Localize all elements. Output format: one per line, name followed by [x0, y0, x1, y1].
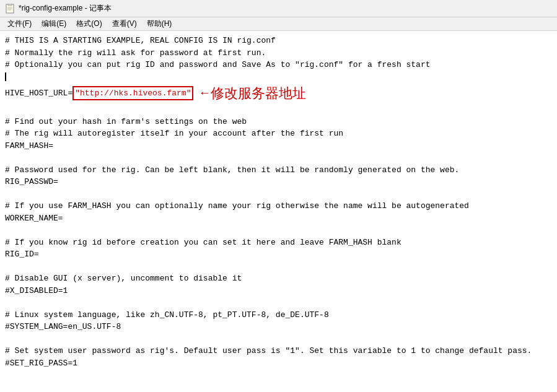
line-16 [5, 224, 552, 237]
line-6 [5, 103, 552, 116]
hive-host-key: HIVE_HOST_URL= [5, 87, 72, 100]
line-27: #SET_RIG_PASS=1 [5, 357, 552, 370]
menu-edit[interactable]: 编辑(E) [37, 17, 71, 30]
notepad-icon [5, 4, 15, 14]
line-11: # Password used for the rig. Can be left… [5, 164, 552, 176]
line-3: # Optionally you can put rig ID and pass… [5, 59, 552, 71]
menu-view[interactable]: 查看(V) [107, 17, 142, 30]
line-18: RIG_ID= [5, 248, 552, 261]
text-editor-content[interactable]: # THIS IS A STARTING EXAMPLE, REAL CONFI… [0, 31, 557, 392]
line-8: # The rig will autoregister itself in yo… [5, 128, 552, 140]
line-20: # Disable GUI (x server), uncomment to d… [5, 272, 552, 285]
menu-bar: 文件(F) 编辑(E) 格式(O) 查看(V) 帮助(H) [0, 17, 557, 31]
red-arrow-icon: ← [201, 84, 208, 103]
line-13 [5, 188, 552, 201]
line-2: # Normally the rig will ask for password… [5, 47, 552, 59]
line-26: # Set system user password as rig's. Def… [5, 345, 552, 357]
line-21: #X_DISABLED=1 [5, 285, 552, 297]
line-17: # If you know rig id before creation you… [5, 237, 552, 249]
window-title: *rig-config-example - 记事本 [19, 3, 112, 14]
line-9: FARM_HASH= [5, 140, 552, 152]
line-14: # If you use FARM_HASH you can optionall… [5, 200, 552, 212]
line-4 [5, 71, 552, 84]
line-1: # THIS IS A STARTING EXAMPLE, REAL CONFI… [5, 35, 552, 47]
line-19 [5, 261, 552, 273]
annotation-arrow: ← 修改服务器地址 [201, 83, 306, 103]
svg-rect-1 [8, 4, 12, 6]
line-10 [5, 152, 552, 164]
line-25 [5, 333, 552, 346]
line-12: RIG_PASSWD= [5, 176, 552, 188]
annotation-text: 修改服务器地址 [211, 83, 306, 103]
line-15: WORKER_NAME= [5, 212, 552, 225]
menu-format[interactable]: 格式(O) [71, 17, 107, 30]
line-7: # Find out your hash in farm's settings … [5, 116, 552, 128]
title-bar: *rig-config-example - 记事本 [0, 0, 557, 17]
line-24: #SYSTEM_LANG=en_US.UTF-8 [5, 321, 552, 333]
line-22 [5, 297, 552, 309]
menu-file[interactable]: 文件(F) [2, 17, 37, 30]
menu-help[interactable]: 帮助(H) [142, 17, 177, 30]
hive-host-value: "http://hks.hiveos.farm" [72, 86, 193, 101]
hive-host-line: HIVE_HOST_URL="http://hks.hiveos.farm" ←… [5, 83, 552, 103]
line-23: # Linux system language, like zh_CN.UTF-… [5, 309, 552, 321]
